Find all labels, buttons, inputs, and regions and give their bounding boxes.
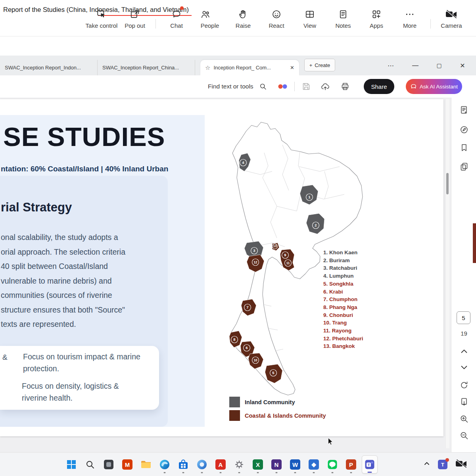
province-khon-kaen	[300, 185, 318, 205]
card-row2-text: Focus on density, logistics & riverine h…	[22, 380, 133, 404]
bookmark-icon[interactable]	[458, 142, 470, 154]
create-tab-button[interactable]: + Create	[304, 59, 335, 71]
map-location: 9. Chonburi	[323, 311, 363, 319]
taskbar-overflow-chevron[interactable]	[424, 461, 430, 468]
thailand-map: 12345678910111213 1. Khon Kaen2. Buriram…	[205, 115, 370, 427]
taskbar-icon-m365[interactable]: M	[119, 455, 135, 474]
ai-glasses-icon[interactable]	[278, 83, 288, 91]
react-label: React	[269, 22, 284, 29]
map-marker-1: 1	[306, 194, 313, 201]
ask-ai-assistant-button[interactable]: Ask AI Assistant	[406, 79, 462, 94]
view-icon	[305, 8, 315, 19]
taskbar-icon-acrobat[interactable]: A	[213, 455, 228, 474]
onenote-icon: N	[271, 459, 282, 470]
map-location: 8. Phang Nga	[323, 303, 363, 311]
sign-icon[interactable]	[458, 124, 470, 136]
react-icon	[271, 8, 282, 19]
tab-report-china[interactable]: SWAC_Inception Report_China...	[98, 60, 195, 75]
tab-report-indonesia[interactable]: SWAC_Inception Report_Indon...	[0, 60, 98, 75]
pop-out-icon	[130, 8, 140, 19]
refresh-icon[interactable]	[458, 379, 470, 391]
create-label: Create	[315, 62, 330, 68]
map-marker-2: 2	[313, 222, 319, 229]
taskbar-icon-azure-app[interactable]: ◆	[306, 455, 322, 474]
minimize-button[interactable]: —	[406, 56, 424, 75]
panel-scrollbar-thumb[interactable]	[473, 223, 476, 263]
card-row1-text: Focus on tourism impact & marine protect…	[23, 351, 154, 374]
map-marker-12: 12	[252, 259, 259, 266]
map-legend: Inland CommunityCoastal & Islands Commun…	[229, 397, 326, 424]
taskbar-icon-onenote[interactable]: N	[269, 455, 284, 474]
find-tools-search[interactable]: Find text or tools	[208, 75, 267, 98]
page-number-input[interactable]: 5	[457, 311, 470, 324]
plus-icon: +	[309, 62, 313, 68]
taskbar-icon-file-explorer[interactable]	[138, 455, 154, 474]
pop-out-label: Pop out	[125, 22, 145, 29]
settings-icon	[234, 460, 244, 469]
map-location: 3. Ratchaburi	[323, 264, 363, 272]
mouse-cursor	[328, 438, 334, 445]
svg-text:5: 5	[272, 370, 274, 375]
apps-icon	[371, 8, 382, 19]
notes-icon	[338, 8, 348, 19]
map-marker-8: 8	[231, 336, 238, 343]
organize-pages-icon[interactable]	[458, 161, 470, 173]
zoom-in-icon[interactable]	[458, 413, 470, 425]
take-control-label: Take control	[86, 22, 118, 29]
word-icon: W	[290, 459, 300, 470]
raise-label: Raise	[236, 22, 251, 29]
camera-off-tray-icon[interactable]	[455, 459, 467, 470]
province-bangkok	[272, 243, 279, 251]
window-menu-button[interactable]: ⋯	[382, 56, 400, 75]
taskbar-icon-store[interactable]	[175, 455, 191, 474]
province-lamphun	[239, 153, 251, 171]
file-explorer-icon	[140, 460, 152, 469]
svg-text:12: 12	[253, 261, 257, 264]
tab-close-icon[interactable]: ✕	[286, 65, 294, 71]
taskbar-icon-word[interactable]: W	[287, 455, 303, 474]
powerpoint-icon: P	[346, 459, 356, 470]
share-button[interactable]: Share	[364, 79, 394, 94]
legend-label: Inland Community	[245, 399, 295, 405]
tab-inception-report-active[interactable]: ☆ Inception Report_ Com... ✕	[200, 60, 299, 75]
taskbar-icon-search[interactable]	[82, 455, 98, 474]
taskbar-icon-edge[interactable]	[157, 455, 173, 474]
document-scrollbar[interactable]	[445, 99, 449, 448]
teams-tray-icon[interactable]: T	[438, 460, 447, 469]
cloud-upload-icon[interactable]	[321, 82, 330, 93]
taskbar-icon-start[interactable]	[63, 455, 79, 474]
section-heading: rial Strategy	[1, 200, 72, 215]
previous-page-icon[interactable]	[458, 345, 470, 357]
running-indicator	[350, 472, 352, 473]
map-location: 12. Phetchaburi	[323, 335, 363, 343]
map-marker-3: 3	[251, 248, 258, 254]
svg-text:2: 2	[315, 223, 317, 227]
scrollbar-thumb[interactable]	[446, 173, 449, 194]
taskbar-icon-teams[interactable]: T	[362, 455, 378, 474]
print-icon[interactable]	[340, 82, 350, 93]
legend-label: Coastal & Islands Community	[245, 413, 326, 419]
taskbar-icon-line[interactable]	[324, 455, 340, 474]
legend-color-box	[229, 397, 240, 407]
snip-tool-icon	[104, 460, 113, 469]
maximize-button[interactable]: ▢	[430, 56, 448, 75]
star-icon[interactable]: ☆	[205, 64, 210, 71]
page-view-icon[interactable]	[458, 396, 470, 408]
svg-text:10: 10	[253, 359, 257, 362]
next-page-icon[interactable]	[458, 361, 470, 373]
close-button[interactable]: ✕	[453, 56, 472, 75]
taskbar-icon-settings[interactable]	[231, 455, 247, 474]
save-icon[interactable]	[301, 82, 311, 93]
zoom-out-icon[interactable]	[458, 430, 470, 441]
taskbar-icon-powerpoint[interactable]: P	[343, 455, 359, 474]
search-icon	[85, 460, 95, 469]
people-label: People	[201, 22, 219, 29]
taskbar-icon-copilot[interactable]	[194, 455, 210, 474]
taskbar-icon-snip-tool[interactable]	[101, 455, 117, 474]
line-icon	[327, 459, 338, 470]
notes-label: Notes	[335, 22, 351, 29]
tab-label: Inception Report_ Com...	[213, 65, 271, 71]
map-marker-11: 11	[285, 260, 292, 267]
export-pdf-icon[interactable]	[458, 104, 470, 116]
taskbar-icon-excel[interactable]: X	[250, 455, 266, 474]
